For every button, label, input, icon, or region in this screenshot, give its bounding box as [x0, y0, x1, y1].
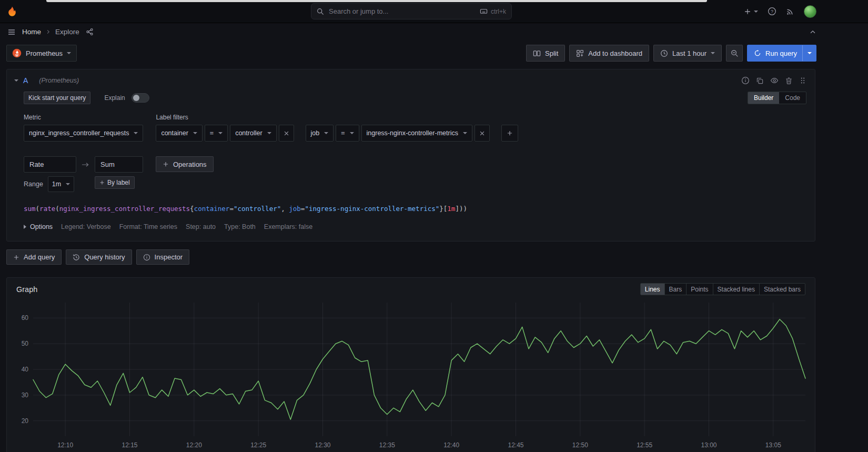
editor-mode-group: Builder Code [748, 92, 806, 104]
help-icon[interactable]: ? [768, 7, 776, 16]
option-legend: Legend: Verbose [61, 223, 111, 230]
filter-label: container [161, 129, 188, 137]
chevron-up-icon[interactable] [809, 28, 816, 36]
time-series-chart[interactable]: 203040506012:1012:1512:2012:2512:3012:35… [11, 298, 811, 452]
inspector-label: Inspector [155, 253, 183, 261]
viz-style-lines[interactable]: Lines [641, 284, 664, 295]
rate-params: Range 1m [24, 176, 76, 192]
top-nav-bar: Search or jump to... ctrl+k [0, 0, 868, 23]
prometheus-icon [12, 48, 22, 58]
share-icon[interactable] [86, 28, 94, 36]
add-query-button[interactable]: Add query [6, 249, 62, 265]
chevron-down-icon [711, 52, 715, 54]
svg-text:?: ? [771, 9, 773, 14]
operation-name: Sum [100, 160, 115, 168]
query-ref-id[interactable]: A [23, 76, 28, 85]
run-query-button[interactable]: Run query [747, 45, 816, 62]
options-toggle[interactable]: Options [24, 223, 53, 230]
news-rss-icon[interactable] [786, 7, 794, 16]
svg-text:12:30: 12:30 [315, 441, 330, 449]
plus-icon [507, 130, 513, 136]
menu-icon[interactable] [7, 28, 16, 36]
chevron-down-icon [324, 132, 328, 134]
filter-value-select[interactable]: ingress-nginx-controller-metrics [361, 125, 472, 142]
collapse-query-icon[interactable] [14, 79, 18, 82]
kick-start-button[interactable]: Kick start your query [24, 92, 90, 104]
top-nav-left [6, 6, 311, 17]
query-history-button[interactable]: Query history [66, 249, 132, 265]
option-exemplars: Exemplars: false [264, 223, 312, 230]
explain-toggle[interactable] [132, 93, 149, 103]
inspector-button[interactable]: Inspector [136, 249, 189, 265]
duplicate-query-icon[interactable] [756, 76, 764, 85]
toolbar-actions: Split Add to dashboard [526, 45, 816, 62]
time-range-picker[interactable]: Last 1 hour [653, 45, 722, 62]
add-to-dashboard-button[interactable]: Add to dashboard [569, 45, 649, 62]
plus-icon [163, 161, 169, 167]
split-button[interactable]: Split [526, 45, 565, 62]
toggle-visibility-icon[interactable] [770, 76, 779, 85]
chevron-down-icon [267, 132, 271, 134]
explain-label: Explain [104, 94, 125, 102]
filter-label-select[interactable]: job [306, 125, 334, 142]
search-input[interactable]: Search or jump to... ctrl+k [311, 3, 512, 19]
toggle-knob [133, 95, 139, 101]
mode-code[interactable]: Code [779, 92, 806, 104]
plus-icon [99, 180, 105, 185]
operation-sum: Sum By label [95, 156, 143, 189]
chevron-down-icon [463, 132, 467, 134]
filter-op-select[interactable]: = [336, 125, 359, 142]
breadcrumb-bar: Home Explore [0, 23, 868, 41]
zoom-out-icon [731, 49, 739, 57]
time-range-label: Last 1 hour [672, 49, 706, 57]
kick-start-label: Kick start your query [28, 94, 86, 102]
filter-op-select[interactable]: = [205, 125, 228, 142]
zoom-out-button[interactable] [726, 45, 743, 62]
run-query-main[interactable]: Run query [748, 45, 802, 61]
query-info-icon[interactable] [741, 76, 750, 85]
add-filter-button[interactable] [501, 125, 518, 142]
viz-style-stacked-bars[interactable]: Stacked bars [759, 284, 805, 295]
range-select[interactable]: 1m [48, 176, 74, 192]
drag-handle-icon[interactable] [799, 76, 806, 85]
add-to-dashboard-label: Add to dashboard [588, 49, 642, 57]
label-filters-field: Label filters container = controller [156, 114, 518, 142]
close-icon [479, 130, 485, 136]
mode-builder[interactable]: Builder [748, 92, 779, 104]
remove-filter-button[interactable] [279, 125, 294, 142]
operation-rate-header[interactable]: Rate [24, 156, 76, 173]
search-shortcut-label: ctrl+k [491, 8, 506, 15]
top-nav-right: ? [512, 5, 816, 18]
remove-query-icon[interactable] [785, 76, 793, 85]
add-menu-button[interactable] [744, 8, 758, 15]
by-label-button[interactable]: By label [95, 176, 135, 189]
grafana-logo-icon[interactable] [6, 6, 18, 17]
viz-style-bars[interactable]: Bars [664, 284, 687, 295]
chevron-down-icon [754, 11, 758, 13]
breadcrumb-home[interactable]: Home [22, 28, 41, 36]
graph-panel: Graph Lines Bars Points Stacked lines St… [6, 277, 815, 452]
grafana-app: Search or jump to... ctrl+k [0, 0, 868, 452]
metric-select[interactable]: nginx_ingress_controller_requests [24, 125, 143, 142]
remove-filter-button[interactable] [475, 125, 490, 142]
chevron-down-icon [193, 132, 197, 134]
filter-value: controller [235, 129, 262, 137]
query-options-row: Options Legend: Verbose Format: Time ser… [24, 223, 806, 230]
filter-label-select[interactable]: container [156, 125, 202, 142]
run-query-dropdown[interactable] [802, 45, 816, 61]
datasource-picker[interactable]: Prometheus [6, 45, 77, 62]
explore-actions: Add query Query history Inspector [6, 249, 815, 265]
filter-value-select[interactable]: controller [230, 125, 276, 142]
add-operation-label: Operations [173, 160, 207, 168]
breadcrumb-explore[interactable]: Explore [55, 28, 79, 36]
operation-rate: Rate Range 1m [24, 156, 76, 192]
label-filters-row: container = controller [156, 125, 518, 142]
plus-icon [744, 8, 751, 15]
add-operation-button[interactable]: Operations [156, 156, 214, 172]
viz-style-points[interactable]: Points [686, 284, 712, 295]
user-avatar[interactable] [804, 5, 816, 18]
svg-text:12:20: 12:20 [186, 441, 202, 449]
viz-style-stacked-lines[interactable]: Stacked lines [713, 284, 759, 295]
option-format: Format: Time series [119, 223, 177, 230]
operation-sum-header[interactable]: Sum [95, 156, 143, 173]
